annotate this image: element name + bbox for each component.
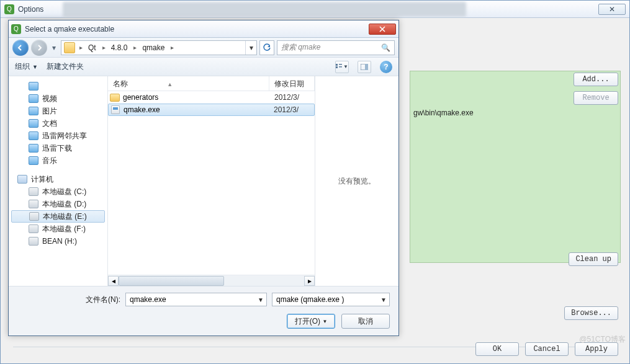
svg-rect-0 bbox=[336, 64, 338, 66]
sidebar-item[interactable] bbox=[11, 80, 105, 92]
svg-rect-2 bbox=[336, 66, 338, 68]
help-button[interactable]: ? bbox=[380, 61, 392, 73]
blurred-tabs bbox=[63, 2, 466, 17]
file-name: qmake.exe bbox=[122, 105, 274, 114]
folder-icon bbox=[110, 94, 120, 102]
sidebar-drive[interactable]: BEAN (H:) bbox=[11, 235, 105, 247]
browse-button[interactable]: Browse... bbox=[564, 306, 618, 320]
sidebar-item[interactable]: 视频 bbox=[11, 92, 105, 105]
close-icon: ✕ bbox=[609, 5, 615, 14]
column-date[interactable]: 修改日期 bbox=[269, 76, 315, 91]
file-row[interactable]: qmake.exe 2012/3/ bbox=[108, 104, 315, 116]
nav-back-button[interactable] bbox=[12, 40, 29, 56]
watermark: @51CTO博客 bbox=[579, 334, 626, 345]
dialog-cancel-button[interactable]: 取消 bbox=[341, 314, 390, 329]
view-icon bbox=[336, 64, 342, 70]
chevron-down-icon[interactable]: ▼ bbox=[380, 296, 387, 303]
preview-pane: 没有预览。 bbox=[315, 76, 398, 286]
preview-empty-text: 没有预览。 bbox=[338, 176, 376, 187]
document-icon bbox=[29, 119, 38, 128]
file-open-dialog: Q Select a qmake executable ▾ ▸ Qt ▸ 4.8… bbox=[8, 20, 399, 336]
options-titlebar: Q Options ✕ bbox=[1, 1, 629, 18]
sidebar-item[interactable]: 音乐 bbox=[11, 154, 105, 167]
sidebar-drive[interactable]: 本地磁盘 (D:) bbox=[11, 198, 105, 210]
dialog-title: Select a qmake executable bbox=[25, 25, 369, 33]
scroll-right-button[interactable]: ▸ bbox=[304, 276, 315, 286]
breadcrumb-dropdown[interactable]: ▾ bbox=[245, 41, 256, 55]
dialog-footer: 文件名(N): qmake.exe ▼ qmake (qmake.exe ) ▼… bbox=[9, 286, 398, 335]
filename-value: qmake.exe bbox=[130, 295, 166, 304]
chevron-right-icon[interactable]: ▸ bbox=[101, 44, 107, 51]
filename-label: 文件名(N): bbox=[86, 295, 120, 305]
drive-icon bbox=[29, 212, 39, 221]
dialog-nav: ▾ ▸ Qt ▸ 4.8.0 ▸ qmake ▸ ▾ 搜索 qmake 🔍 bbox=[9, 38, 398, 58]
file-rows: generators 2012/3/ qmake.exe 2012/3/ bbox=[108, 91, 315, 275]
nav-forward-button[interactable] bbox=[31, 40, 47, 56]
breadcrumb[interactable]: ▸ Qt ▸ 4.8.0 ▸ qmake ▸ ▾ bbox=[61, 40, 257, 55]
svg-rect-1 bbox=[339, 64, 342, 65]
scroll-left-button[interactable]: ◂ bbox=[108, 276, 119, 286]
refresh-icon bbox=[263, 43, 271, 52]
file-row[interactable]: generators 2012/3/ bbox=[108, 91, 315, 104]
sidebar-item[interactable]: 文档 bbox=[11, 117, 105, 130]
chevron-right-icon[interactable]: ▸ bbox=[78, 44, 84, 51]
chevron-down-icon[interactable]: ▼ bbox=[258, 296, 264, 303]
sidebar-computer[interactable]: 计算机 bbox=[11, 173, 105, 185]
chevron-right-icon[interactable]: ▸ bbox=[169, 44, 176, 51]
breadcrumb-seg[interactable]: Qt bbox=[84, 41, 101, 55]
arrow-left-icon bbox=[17, 44, 24, 51]
preview-pane-button[interactable] bbox=[358, 61, 371, 73]
scroll-track[interactable] bbox=[119, 276, 304, 286]
dialog-close-button[interactable] bbox=[369, 24, 396, 35]
preview-pane-icon bbox=[361, 64, 368, 70]
folder-icon bbox=[29, 82, 38, 91]
chevron-right-icon[interactable]: ▸ bbox=[132, 44, 138, 51]
add-button[interactable]: Add... bbox=[574, 73, 618, 86]
refresh-button[interactable] bbox=[259, 40, 274, 55]
side-button-column: Add... Remove bbox=[574, 73, 618, 105]
svg-rect-3 bbox=[339, 66, 342, 68]
search-input[interactable]: 搜索 qmake 🔍 bbox=[277, 40, 395, 55]
filter-value: qmake (qmake.exe ) bbox=[276, 295, 344, 304]
sidebar-item[interactable]: 图片 bbox=[11, 105, 105, 117]
remove-button[interactable]: Remove bbox=[574, 91, 618, 105]
sidebar-drive[interactable]: 本地磁盘 (C:) bbox=[11, 185, 105, 198]
dialog-main: 视频 图片 文档 迅雷网邻共享 迅雷下载 音乐 计算机 本地磁盘 (C:) 本地… bbox=[9, 76, 398, 286]
new-folder-button[interactable]: 新建文件夹 bbox=[47, 61, 84, 72]
cancel-button[interactable]: Cancel bbox=[525, 342, 569, 356]
folder-icon bbox=[64, 42, 75, 53]
ok-button[interactable]: OK bbox=[475, 342, 519, 356]
music-icon bbox=[29, 156, 38, 165]
sidebar-item[interactable]: 迅雷网邻共享 bbox=[11, 130, 105, 142]
sidebar-item[interactable]: 迅雷下载 bbox=[11, 142, 105, 154]
drive-icon bbox=[29, 237, 38, 246]
nav-history-dropdown[interactable]: ▾ bbox=[50, 42, 58, 54]
organize-menu[interactable]: 组织▼ bbox=[15, 61, 38, 72]
sidebar-drive[interactable]: 本地磁盘 (E:) bbox=[11, 210, 105, 223]
exe-icon bbox=[111, 105, 120, 114]
horizontal-scrollbar[interactable]: ◂ ▸ bbox=[108, 275, 315, 286]
arrow-right-icon bbox=[35, 44, 43, 51]
chevron-down-icon: ▼ bbox=[343, 64, 348, 69]
breadcrumb-seg[interactable]: qmake bbox=[138, 41, 169, 55]
filename-input[interactable]: qmake.exe ▼ bbox=[125, 293, 267, 306]
search-placeholder: 搜索 qmake bbox=[281, 42, 320, 53]
qmake-path-text: gw\bin\qmake.exe bbox=[413, 109, 474, 117]
filter-dropdown[interactable]: qmake (qmake.exe ) ▼ bbox=[272, 293, 390, 306]
svg-rect-5 bbox=[365, 64, 368, 70]
file-date: 2012/3/ bbox=[274, 105, 314, 114]
drive-icon bbox=[29, 200, 38, 208]
breadcrumb-seg[interactable]: 4.8.0 bbox=[107, 41, 132, 55]
open-button[interactable]: 打开(O) ▼ bbox=[287, 314, 335, 329]
computer-icon bbox=[17, 175, 27, 184]
column-name[interactable]: 名称 ▲ bbox=[108, 76, 269, 91]
view-mode-button[interactable]: ▼ bbox=[335, 61, 349, 73]
qt-icon: Q bbox=[4, 4, 14, 14]
drive-icon bbox=[29, 187, 38, 196]
cleanup-button[interactable]: Clean up bbox=[569, 252, 618, 266]
scroll-thumb[interactable] bbox=[119, 276, 224, 286]
picture-icon bbox=[29, 107, 38, 115]
options-close-button[interactable]: ✕ bbox=[598, 4, 626, 15]
sidebar-drive[interactable]: 本地磁盘 (F:) bbox=[11, 223, 105, 235]
file-list-header: 名称 ▲ 修改日期 bbox=[108, 76, 315, 91]
